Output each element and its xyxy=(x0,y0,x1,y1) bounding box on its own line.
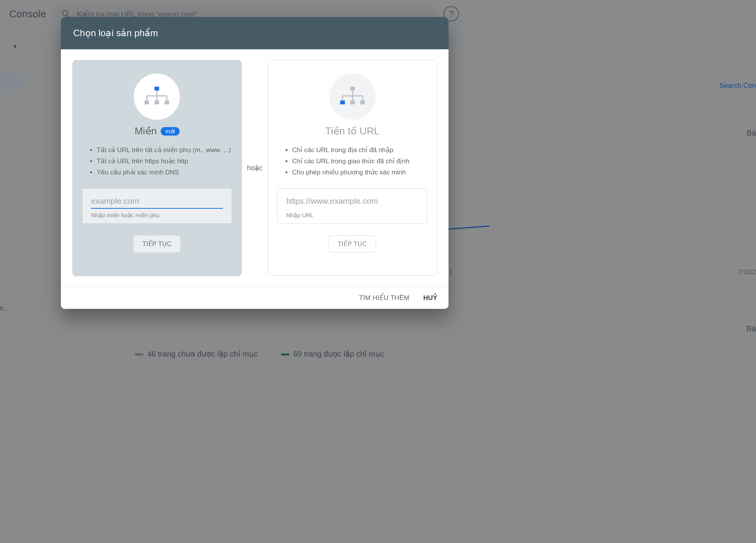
modal-title: Chọn loại sản phẩm xyxy=(61,17,449,49)
learn-more-button[interactable]: TÌM HIỂU THÊM xyxy=(359,294,410,302)
url-input-wrap: Nhập URL xyxy=(277,188,427,224)
domain-icon xyxy=(134,74,180,120)
modal-footer: TÌM HIỂU THÊM HUỶ xyxy=(61,287,449,309)
domain-input-wrap: Nhập miền hoặc miền phụ xyxy=(82,188,232,224)
domain-bullet-2: Tất cả URL trên https hoặc http xyxy=(97,156,232,167)
domain-input[interactable] xyxy=(91,196,223,209)
domain-input-hint: Nhập miền hoặc miền phụ xyxy=(91,212,223,219)
url-input[interactable] xyxy=(286,196,418,209)
new-badge: mới xyxy=(161,127,180,136)
svg-rect-8 xyxy=(144,101,149,104)
or-separator: hoặc xyxy=(247,164,262,172)
svg-rect-10 xyxy=(165,101,169,104)
cancel-button[interactable]: HUỶ xyxy=(423,294,437,302)
svg-rect-2 xyxy=(155,87,159,90)
svg-rect-19 xyxy=(360,101,365,104)
domain-card-bullets: Tất cả URL trên tất cả miền phụ (m., www… xyxy=(82,145,232,178)
url-card-bullets: Chỉ các URL trong địa chỉ đã nhập Chỉ cá… xyxy=(277,145,427,178)
svg-rect-17 xyxy=(340,101,345,104)
property-type-modal: Chọn loại sản phẩm Miền mới xyxy=(61,17,449,309)
domain-continue-button[interactable]: TIẾP TỤC xyxy=(133,235,180,253)
url-bullet-2: Chỉ các URL trong giao thức đã chỉ định xyxy=(292,156,427,167)
domain-bullet-3: Yêu cầu phải xác minh DNS xyxy=(97,167,232,178)
url-prefix-property-card[interactable]: Tiền tố URL Chỉ các URL trong địa chỉ đã… xyxy=(268,60,437,276)
domain-property-card[interactable]: Miền mới Tất cả URL trên tất cả miền phụ… xyxy=(72,60,242,276)
modal-body: Miền mới Tất cả URL trên tất cả miền phụ… xyxy=(61,49,449,287)
url-input-hint: Nhập URL xyxy=(286,212,418,219)
svg-rect-18 xyxy=(350,101,355,104)
svg-rect-9 xyxy=(155,101,159,104)
url-card-title: Tiền tố URL xyxy=(325,125,380,137)
url-bullet-3: Cho phép nhiều phương thức xác minh xyxy=(292,167,427,178)
url-bullet-1: Chỉ các URL trong địa chỉ đã nhập xyxy=(292,145,427,156)
url-prefix-icon xyxy=(329,74,376,120)
svg-rect-11 xyxy=(350,87,355,90)
url-continue-button[interactable]: TIẾP TỤC xyxy=(329,235,376,253)
domain-card-title: Miền xyxy=(134,125,157,137)
domain-bullet-1: Tất cả URL trên tất cả miền phụ (m., www… xyxy=(97,145,232,156)
